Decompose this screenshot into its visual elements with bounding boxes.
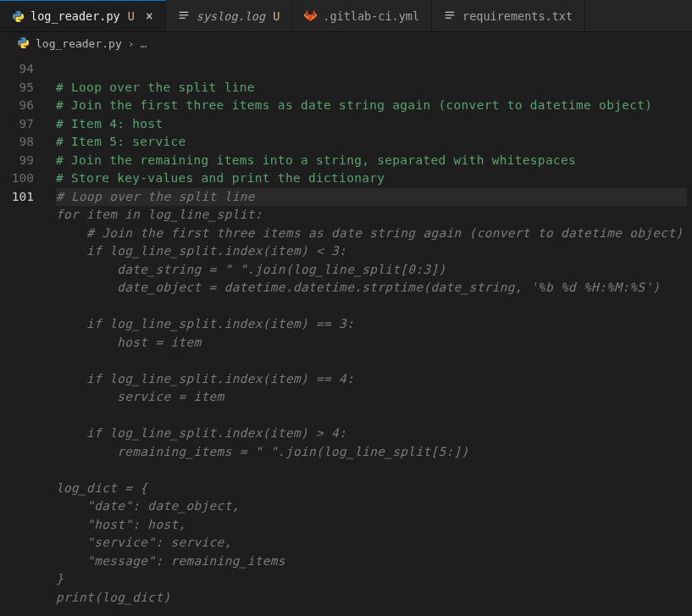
code-line[interactable]: "service": service, [56,534,687,552]
line-number: 96 [0,97,56,115]
code-line[interactable]: remaining_items = " ".join(log_line_spli… [56,443,687,462]
code-token: date_object = datetime.datetime.strptime… [56,280,660,294]
code-line[interactable]: print(log_dict) [56,589,687,608]
dirty-indicator: U [128,9,135,23]
line-number [0,315,56,334]
close-icon[interactable]: × [146,8,153,24]
code-line[interactable] [56,461,687,480]
minimap[interactable] [687,55,692,616]
code-token: # Item 5: service [56,135,186,148]
code-line[interactable]: host = item [56,334,687,352]
code-line[interactable] [56,352,687,370]
breadcrumb-file: log_reader.py [36,37,122,50]
code-line[interactable]: date_string = " ".join(log_line_split[0:… [56,261,687,280]
line-number [0,497,56,516]
line-number [0,443,56,462]
tab-bar: log_reader.pyU×syslog.logU.gitlab-ci.yml… [0,0,692,32]
line-number [0,388,56,407]
line-number: 100 [0,169,56,188]
code-token: # Store key-values and print the diction… [56,171,385,185]
line-number [0,370,56,389]
code-line[interactable]: service = item [56,388,687,407]
code-line[interactable]: if log_line_split.index(item) < 3: [56,242,687,261]
code-line[interactable]: # Join the first three items as date str… [56,225,687,243]
line-number [0,461,56,480]
line-number [0,425,56,443]
code-line[interactable]: "host": host, [56,516,687,535]
code-line[interactable] [56,60,687,79]
line-number [0,480,56,498]
code-line[interactable]: if log_line_split.index(item) == 3: [56,315,687,334]
code-token: # Join the first three items as date str… [56,98,652,112]
code-line[interactable]: # Loop over the split line [56,79,687,97]
line-number [0,534,56,552]
code-line[interactable]: if log_line_split.index(item) == 4: [56,370,687,389]
code-token: if log_line_split.index(item) > 4: [56,426,346,440]
line-number: 94 [0,60,56,79]
code-token: # Join the first three items as date str… [56,226,683,240]
code-line[interactable]: "date": date_object, [56,497,687,516]
line-number [0,297,56,316]
line-number: 95 [0,79,56,97]
line-number [0,407,56,425]
code-line[interactable]: log_dict = { [56,480,687,498]
tab-label: requirements.txt [462,9,573,23]
line-number: 98 [0,133,56,152]
code-token: # Loop over the split line [56,190,255,203]
code-line[interactable]: if log_line_split.index(item) > 4: [56,425,687,443]
code-line[interactable]: # Join the first three items as date str… [56,97,687,115]
line-number [0,225,56,243]
code-line[interactable] [56,407,687,425]
textlines-icon [178,9,191,22]
line-number [0,552,56,571]
line-gutter: 949596979899100101 [0,55,56,616]
python-icon [12,10,25,23]
code-token: if log_line_split.index(item) == 4: [56,372,354,386]
code-token: log_dict = { [56,481,147,495]
line-number [0,334,56,352]
textlines-icon [444,9,457,22]
code-token: "host": host, [56,518,186,531]
chevron-right-icon: › [128,37,135,50]
line-number [0,279,56,297]
breadcrumb-more[interactable]: … [141,37,147,50]
line-number [0,206,56,225]
code-line[interactable]: # Item 5: service [56,133,687,152]
code-editor[interactable]: 949596979899100101 # Loop over the split… [0,55,692,616]
line-number [0,352,56,370]
code-token: } [56,572,64,585]
code-line[interactable]: # Store key-values and print the diction… [56,169,687,188]
code-line[interactable]: "message": remaining_items [56,552,687,571]
code-line[interactable]: # Join the remaining items into a string… [56,152,687,170]
tab-label: .gitlab-ci.yml [323,9,419,23]
code-line[interactable]: date_object = datetime.datetime.strptime… [56,279,687,297]
code-line[interactable] [56,297,687,316]
line-number: 101 [0,188,56,207]
code-token: print(log_dict) [56,591,170,604]
code-token: # Join the remaining items into a string… [56,153,576,167]
tab-log-reader-py[interactable]: log_reader.pyU× [0,0,166,31]
breadcrumb[interactable]: log_reader.py › … [0,32,692,55]
line-number: 99 [0,152,56,170]
code-line[interactable]: for item in log_line_split: [56,206,687,225]
code-token: "message": remaining_items [56,554,285,568]
line-number [0,516,56,535]
tab--gitlab-ci-yml[interactable]: .gitlab-ci.yml [292,0,432,31]
python-icon [17,36,30,52]
line-number [0,242,56,261]
code-token: service = item [56,390,224,403]
tab-syslog-log[interactable]: syslog.logU [166,0,292,31]
code-token: # Loop over the split line [56,80,255,94]
line-number [0,570,56,589]
code-token: host = item [56,336,202,349]
code-line[interactable]: # Item 4: host [56,115,687,134]
tab-requirements-txt[interactable]: requirements.txt [432,0,585,31]
code-line[interactable]: } [56,570,687,589]
line-number [0,261,56,280]
tab-label: syslog.log [197,9,265,23]
code-area[interactable]: # Loop over the split line# Join the fir… [56,55,687,616]
line-number [0,589,56,608]
code-token: date_string = " ".join(log_line_split[0:… [56,263,446,276]
code-token: "date": date_object, [56,499,240,513]
code-token: for item in log_line_split: [56,208,263,221]
